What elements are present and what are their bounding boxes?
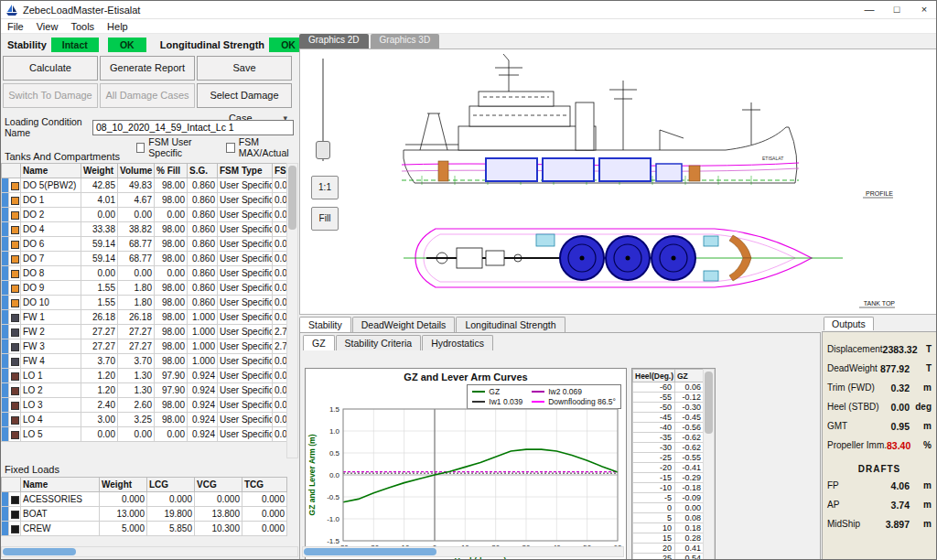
row-header[interactable] bbox=[2, 325, 9, 339]
heel-cell[interactable]: -5 bbox=[633, 493, 675, 503]
gz-row[interactable]: 20 0.41 bbox=[633, 544, 705, 554]
tank-fsm-type-cell[interactable]: User Specific bbox=[218, 398, 273, 413]
col-lcg[interactable]: LCG bbox=[147, 478, 195, 492]
tank-sg-cell[interactable]: 0.860 bbox=[188, 237, 218, 252]
tank-volume-cell[interactable]: 27.27 bbox=[118, 325, 155, 339]
zoom-fill-button[interactable]: Fill bbox=[311, 207, 339, 231]
col-heel[interactable]: Heel(Deg.) bbox=[633, 370, 675, 382]
tank-row[interactable]: DO 1 4.01 4.67 98.00 0.860 User Specific… bbox=[2, 193, 287, 208]
tank-fsm-cell[interactable]: 0.0 bbox=[273, 266, 287, 281]
tank-fill-cell[interactable]: 98.00 bbox=[155, 178, 188, 193]
col-name[interactable]: Name bbox=[21, 478, 100, 492]
col-name[interactable]: Name bbox=[21, 164, 81, 178]
tank-weight-cell[interactable]: 0.00 bbox=[81, 208, 118, 222]
tank-volume-cell[interactable]: 1.80 bbox=[118, 296, 155, 310]
load-tcg-cell[interactable]: 0.000 bbox=[242, 507, 287, 522]
heel-cell[interactable]: -10 bbox=[633, 483, 675, 493]
tank-volume-cell[interactable]: 1.30 bbox=[118, 383, 155, 398]
save-button[interactable]: Save bbox=[197, 56, 292, 81]
gz-cell[interactable]: -0.12 bbox=[675, 393, 705, 403]
gz-row[interactable]: -45 -0.45 bbox=[633, 413, 705, 423]
tank-fill-cell[interactable]: 98.00 bbox=[155, 281, 188, 296]
tank-weight-cell[interactable]: 3.00 bbox=[81, 413, 118, 427]
tank-fsm-type-cell[interactable]: User Specific bbox=[218, 281, 273, 296]
tank-fsm-cell[interactable]: 0.0 bbox=[273, 281, 287, 296]
gz-cell[interactable]: -0.29 bbox=[675, 473, 705, 483]
tank-row[interactable]: LO 5 0.00 0.00 0.00 0.924 User Specific … bbox=[2, 427, 287, 442]
tank-name-cell[interactable]: LO 5 bbox=[21, 427, 81, 442]
calculate-button[interactable]: Calculate bbox=[3, 56, 98, 81]
heel-cell[interactable]: -40 bbox=[633, 423, 675, 433]
heel-cell[interactable]: -15 bbox=[633, 473, 675, 483]
fixed-load-row[interactable]: CREW 5.000 5.850 10.300 0.000 bbox=[2, 522, 287, 536]
tank-fill-cell[interactable]: 97.90 bbox=[155, 369, 188, 383]
load-lcg-cell[interactable]: 19.800 bbox=[147, 507, 195, 522]
analysis-horizontal-scrollbar[interactable] bbox=[302, 546, 624, 557]
tank-fsm-type-cell[interactable]: User Specific bbox=[218, 325, 273, 339]
gz-cell[interactable]: 0.08 bbox=[675, 513, 705, 523]
tank-fill-cell[interactable]: 98.00 bbox=[155, 252, 188, 266]
tank-volume-cell[interactable]: 1.30 bbox=[118, 369, 155, 383]
menu-item[interactable]: Help bbox=[101, 21, 135, 32]
gz-row[interactable]: 15 0.28 bbox=[633, 533, 705, 544]
tank-sg-cell[interactable]: 0.860 bbox=[188, 281, 218, 296]
tank-fsm-type-cell[interactable]: User Specific bbox=[218, 222, 273, 237]
tank-name-cell[interactable]: DO 7 bbox=[21, 252, 81, 266]
tank-name-cell[interactable]: FW 1 bbox=[21, 310, 81, 325]
switch-to-damage-button[interactable]: Switch To Damage bbox=[3, 83, 98, 108]
tank-sg-cell[interactable]: 1.000 bbox=[188, 325, 218, 339]
load-weight-cell[interactable]: 0.000 bbox=[100, 492, 147, 507]
row-header[interactable] bbox=[2, 507, 9, 522]
row-header[interactable] bbox=[2, 339, 9, 354]
gz-row[interactable]: -35 -0.62 bbox=[633, 433, 705, 443]
tank-volume-cell[interactable]: 68.77 bbox=[118, 237, 155, 252]
tank-fsm-type-cell[interactable]: User Specific bbox=[218, 296, 273, 310]
load-vcg-cell[interactable]: 13.800 bbox=[195, 507, 242, 522]
tank-weight-cell[interactable]: 59.14 bbox=[81, 237, 118, 252]
tank-fsm-cell[interactable]: 0.0 bbox=[273, 193, 287, 208]
gz-row[interactable]: 10 0.18 bbox=[633, 523, 705, 533]
load-name-cell[interactable]: ACESSORIES bbox=[21, 492, 100, 507]
heel-cell[interactable]: -50 bbox=[633, 403, 675, 413]
row-header[interactable] bbox=[2, 281, 9, 296]
tank-fsm-type-cell[interactable]: User Specific bbox=[218, 237, 273, 252]
tank-row[interactable]: DO 10 1.55 1.80 98.00 0.860 User Specifi… bbox=[2, 296, 287, 310]
load-tcg-cell[interactable]: 0.000 bbox=[242, 522, 287, 536]
tank-volume-cell[interactable]: 1.80 bbox=[118, 281, 155, 296]
tank-volume-cell[interactable]: 4.67 bbox=[118, 193, 155, 208]
load-weight-cell[interactable]: 13.000 bbox=[100, 507, 147, 522]
heel-cell[interactable]: 20 bbox=[633, 544, 675, 554]
fsm-max-actual-checkbox[interactable] bbox=[226, 143, 234, 153]
tank-weight-cell[interactable]: 33.38 bbox=[81, 222, 118, 237]
tank-volume-cell[interactable]: 38.82 bbox=[118, 222, 155, 237]
col-sg[interactable]: S.G. bbox=[188, 164, 218, 178]
tank-row[interactable]: DO 6 59.14 68.77 98.00 0.860 User Specif… bbox=[2, 237, 287, 252]
gz-row[interactable]: -55 -0.12 bbox=[633, 393, 705, 403]
tank-fsm-type-cell[interactable]: User Specific bbox=[218, 310, 273, 325]
tank-fill-cell[interactable]: 98.00 bbox=[155, 193, 188, 208]
tank-volume-cell[interactable]: 3.25 bbox=[118, 413, 155, 427]
tank-row[interactable]: LO 4 3.00 3.25 98.00 0.924 User Specific… bbox=[2, 413, 287, 427]
row-header[interactable] bbox=[2, 492, 9, 507]
tank-weight-cell[interactable]: 27.27 bbox=[81, 339, 118, 354]
tank-sg-cell[interactable]: 0.860 bbox=[188, 208, 218, 222]
gz-cell[interactable]: 0.00 bbox=[675, 503, 705, 513]
zoom-1to1-button[interactable]: 1:1 bbox=[311, 176, 339, 199]
tank-fsm-cell[interactable]: 0.0 bbox=[273, 178, 287, 193]
tank-fsm-cell[interactable]: 0.0 bbox=[273, 237, 287, 252]
gz-row[interactable]: -20 -0.41 bbox=[633, 463, 705, 473]
tank-fill-cell[interactable]: 98.00 bbox=[155, 339, 188, 354]
heel-cell[interactable]: 0 bbox=[633, 503, 675, 513]
stability-subtab[interactable]: GZ bbox=[303, 335, 335, 350]
tank-name-cell[interactable]: LO 4 bbox=[21, 413, 81, 427]
tank-fill-cell[interactable]: 98.00 bbox=[155, 310, 188, 325]
tank-fsm-type-cell[interactable]: User Specific bbox=[218, 193, 273, 208]
loading-condition-input[interactable] bbox=[92, 120, 294, 135]
tank-fsm-type-cell[interactable]: User Specific bbox=[218, 339, 273, 354]
gz-row[interactable]: -60 0.06 bbox=[633, 382, 705, 393]
load-name-cell[interactable]: BOAT bbox=[21, 507, 100, 522]
left-horizontal-scrollbar[interactable] bbox=[1, 546, 298, 557]
tank-fsm-cell[interactable]: 0.0 bbox=[273, 252, 287, 266]
gz-cell[interactable]: 0.06 bbox=[675, 382, 705, 393]
tank-sg-cell[interactable]: 0.924 bbox=[188, 413, 218, 427]
